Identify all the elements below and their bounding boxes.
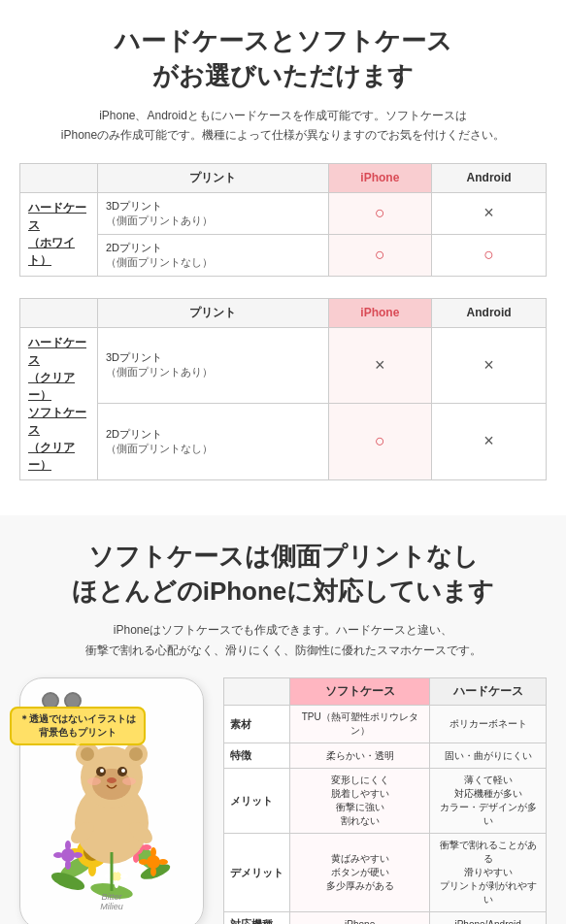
comp-th-soft: ソフトケース bbox=[290, 678, 430, 706]
section2-container: ソフトケースは側面プリントなし ほとんどのiPhoneに対応しています iPho… bbox=[0, 515, 566, 924]
svg-point-26 bbox=[158, 859, 168, 865]
comp-hard-0: ポリカーボネート bbox=[430, 706, 547, 743]
svg-point-18 bbox=[65, 841, 71, 850]
table2-col-android: Android bbox=[432, 298, 547, 327]
svg-point-8 bbox=[88, 863, 96, 876]
table1-col-print: プリント bbox=[98, 163, 329, 192]
svg-point-21 bbox=[73, 852, 83, 858]
comp-soft-4: iPhone bbox=[290, 912, 430, 924]
table2-r2-print: 2Dプリント（側面プリントなし） bbox=[98, 404, 329, 480]
comp-table: ソフトケース ハードケース 素材TPU（熱可塑性ポリウレタン）ポリカーボネート特… bbox=[223, 677, 547, 924]
svg-point-45 bbox=[122, 777, 136, 785]
table2-col-print: プリント bbox=[98, 298, 329, 327]
comp-row-0: 素材TPU（熱可塑性ポリウレタン）ポリカーボネート bbox=[224, 706, 547, 743]
svg-point-19 bbox=[65, 860, 71, 870]
svg-point-42 bbox=[121, 769, 125, 773]
svg-point-20 bbox=[53, 852, 63, 858]
section2-title: ソフトケースは側面プリントなし ほとんどのiPhoneに対応しています bbox=[19, 539, 547, 610]
phone-area: ＊透過ではないイラストは 背景色もプリント bbox=[19, 677, 214, 924]
table2-wrap: プリント iPhone Android ハードケース （クリアー） ソフトケース… bbox=[19, 298, 547, 480]
svg-point-17 bbox=[61, 848, 75, 862]
svg-point-22 bbox=[147, 855, 160, 869]
table2-r1-iphone: × bbox=[328, 327, 432, 404]
table1-r2-android: ○ bbox=[432, 234, 547, 276]
comp-label-4: 対応機種 bbox=[224, 912, 290, 924]
table1-wrap: プリント iPhone Android ハードケース （ホワイト） 3Dプリント… bbox=[19, 163, 547, 277]
comp-row-2: メリット変形しにくく 脱着しやすい 衝撃に強い 割れない薄くて軽い 対応機種が多… bbox=[224, 769, 547, 834]
section1-desc: iPhone、Androidともにハードケースを作成可能です。ソフトケースは i… bbox=[19, 106, 547, 146]
comp-row-3: デメリット黄ばみやすい ボタンが硬い 多少厚みがある衝撃で割れることがある 滑り… bbox=[224, 834, 547, 912]
comp-label-1: 特徴 bbox=[224, 743, 290, 769]
table1-col-empty bbox=[20, 163, 98, 192]
comp-label-2: メリット bbox=[224, 769, 290, 834]
svg-point-41 bbox=[100, 769, 104, 773]
svg-point-31 bbox=[120, 874, 128, 878]
table1-r1-print: 3Dプリント（側面プリントあり） bbox=[98, 192, 329, 234]
comp-soft-1: 柔らかい・透明 bbox=[290, 743, 430, 769]
comp-hard-1: 固い・曲がりにくい bbox=[430, 743, 547, 769]
table2-col-iphone: iPhone bbox=[328, 298, 432, 327]
comp-label-3: デメリット bbox=[224, 834, 290, 912]
comp-hard-2: 薄くて軽い 対応機種が多い カラー・デザインが多い bbox=[430, 769, 547, 834]
svg-point-43 bbox=[107, 777, 117, 783]
svg-point-25 bbox=[139, 859, 149, 865]
comp-hard-4: iPhone/Android bbox=[430, 912, 547, 924]
table1: プリント iPhone Android ハードケース （ホワイト） 3Dプリント… bbox=[19, 163, 547, 277]
svg-point-44 bbox=[87, 777, 101, 785]
section1-container: ハードケースとソフトケース がお選びいただけます iPhone、Androidと… bbox=[0, 0, 566, 506]
table1-r2-iphone: ○ bbox=[328, 234, 432, 276]
table2-r2-iphone: ○ bbox=[328, 404, 432, 480]
table1-row-label: ハードケース （ホワイト） bbox=[20, 192, 98, 276]
comp-th-empty bbox=[224, 678, 290, 706]
table2-r2-android: × bbox=[432, 404, 547, 480]
comp-label-0: 素材 bbox=[224, 706, 290, 743]
table2: プリント iPhone Android ハードケース （クリアー） ソフトケース… bbox=[19, 298, 547, 480]
comparison-area: ＊透過ではないイラストは 背景色もプリント bbox=[19, 677, 547, 924]
comp-soft-2: 変形しにくく 脱着しやすい 衝撃に強い 割れない bbox=[290, 769, 430, 834]
comp-soft-0: TPU（熱可塑性ポリウレタン） bbox=[290, 706, 430, 743]
comp-row-4: 対応機種iPhoneiPhone/Android bbox=[224, 912, 547, 924]
table2-row-label1: ハードケース （クリアー） ソフトケース （クリアー） bbox=[20, 327, 98, 479]
svg-point-24 bbox=[150, 867, 156, 876]
table2-r1-print: 3Dプリント（側面プリントあり） bbox=[98, 327, 329, 404]
table1-r2-print: 2Dプリント（側面プリントなし） bbox=[98, 234, 329, 276]
svg-point-28 bbox=[115, 865, 118, 873]
balloon-label: ＊透過ではないイラストは 背景色もプリント bbox=[10, 707, 146, 745]
table1-r1-iphone: ○ bbox=[328, 192, 432, 234]
section2-desc: iPhoneはソフトケースでも作成できます。ハードケースと違い、 衝撃で割れる心… bbox=[19, 620, 547, 660]
comp-soft-3: 黄ばみやすい ボタンが硬い 多少厚みがある bbox=[290, 834, 430, 912]
svg-point-37 bbox=[129, 747, 143, 761]
table1-col-iphone: iPhone bbox=[328, 163, 432, 192]
comp-th-hard: ハードケース bbox=[430, 678, 547, 706]
comp-row-1: 特徴柔らかい・透明固い・曲がりにくい bbox=[224, 743, 547, 769]
phone-brand: Bitter Milieu bbox=[100, 892, 123, 911]
svg-point-23 bbox=[150, 847, 156, 857]
svg-point-29 bbox=[115, 880, 118, 888]
table2-col-empty bbox=[20, 298, 98, 327]
table1-r1-android: × bbox=[432, 192, 547, 234]
table1-col-android: Android bbox=[432, 163, 547, 192]
svg-point-16 bbox=[142, 844, 151, 850]
table2-r1-android: × bbox=[432, 327, 547, 404]
comp-table-wrap: ソフトケース ハードケース 素材TPU（熱可塑性ポリウレタン）ポリカーボネート特… bbox=[223, 677, 547, 924]
svg-point-35 bbox=[81, 747, 94, 761]
comp-hard-3: 衝撃で割れることがある 滑りやすい プリントが剥がれやすい bbox=[430, 834, 547, 912]
section1-title: ハードケースとソフトケース がお選びいただけます bbox=[19, 23, 547, 94]
